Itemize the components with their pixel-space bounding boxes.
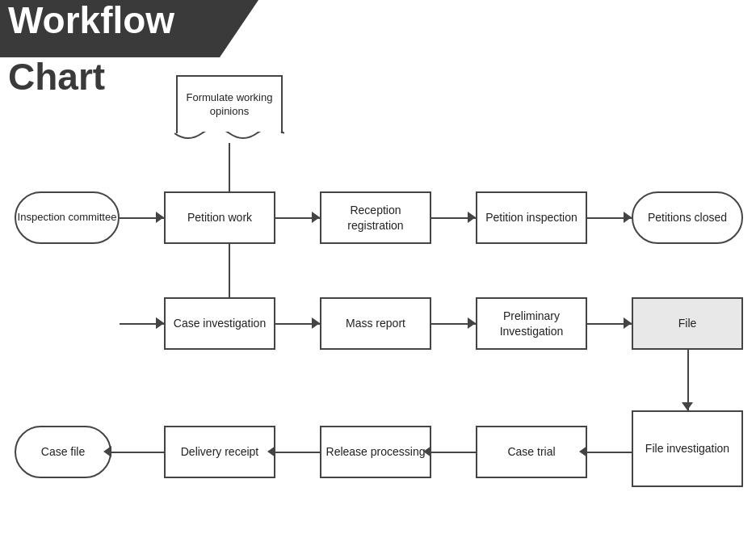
mass-report-box: Mass report [320,297,431,350]
formulate-wave [174,132,284,143]
preliminary-investigation-label: Preliminary Investigation [477,309,586,338]
formulate-box: Formulate working opinions [176,75,283,133]
reception-registration-label: Reception registration [321,203,430,232]
arrowhead-pi-pc [624,212,632,223]
arrowhead-pw-rr [312,212,320,223]
case-investigation-box: Case investigation [164,297,275,350]
petition-work-label: Petition work [187,210,252,225]
title-chart: Chart [8,58,105,95]
file-box: File [632,297,743,350]
formulate-label: Formulate working opinions [178,91,281,119]
mass-report-label: Mass report [346,316,405,330]
arrowhead-fi-ct [579,446,587,457]
arrow-dr-cf [111,452,164,453]
release-processing-box: Release processing [320,426,431,478]
arrow-formulate-down [229,143,230,198]
file-label: File [678,316,697,330]
arrow-file-down [687,350,689,410]
petition-inspection-label: Petition inspection [485,210,578,225]
arrowhead-rp-dr [267,446,275,457]
delivery-receipt-label: Delivery receipt [181,444,258,459]
case-file-box: Case file [15,426,111,478]
petitions-closed-label: Petitions closed [648,210,727,225]
case-trial-box: Case trial [476,426,587,478]
petitions-closed-box: Petitions closed [632,191,743,244]
file-investigation-label: File investigation [645,441,729,456]
preliminary-investigation-box: Preliminary Investigation [476,297,587,350]
arrow-pw-down [229,244,230,299]
delivery-receipt-box: Delivery receipt [164,426,275,478]
release-processing-label: Release processing [326,444,426,459]
arrowhead-ci-mr [312,317,320,329]
inspection-committee-label: Inspection committee [18,211,117,225]
arrow-ct-rp [431,452,481,453]
inspection-committee-box: Inspection committee [15,191,120,244]
reception-registration-box: Reception registration [320,191,431,244]
arrowhead-ct-rp [423,446,431,457]
chart-area: Workflow Chart Formulate working opinion… [0,0,756,538]
petition-inspection-box: Petition inspection [476,191,587,244]
case-file-label: Case file [41,444,85,459]
arrowhead-junc-ci [156,317,164,329]
arrowhead-ic-pw [156,212,164,223]
case-trial-label: Case trial [507,444,555,459]
arrowhead-rr-pi [468,212,476,223]
arrow-fi-ct [587,452,637,453]
file-investigation-box: File investigation [632,410,743,487]
case-investigation-label: Case investigation [174,316,266,330]
arrowhead-dr-cf [103,446,111,457]
petition-work-box: Petition work [164,191,275,244]
arrowhead-prel-file [624,317,632,329]
title-workflow: Workflow [8,2,174,39]
arrowhead-mr-prel [468,317,476,329]
arrowhead-file-down [682,402,693,410]
arrow-rp-dr [275,452,326,453]
